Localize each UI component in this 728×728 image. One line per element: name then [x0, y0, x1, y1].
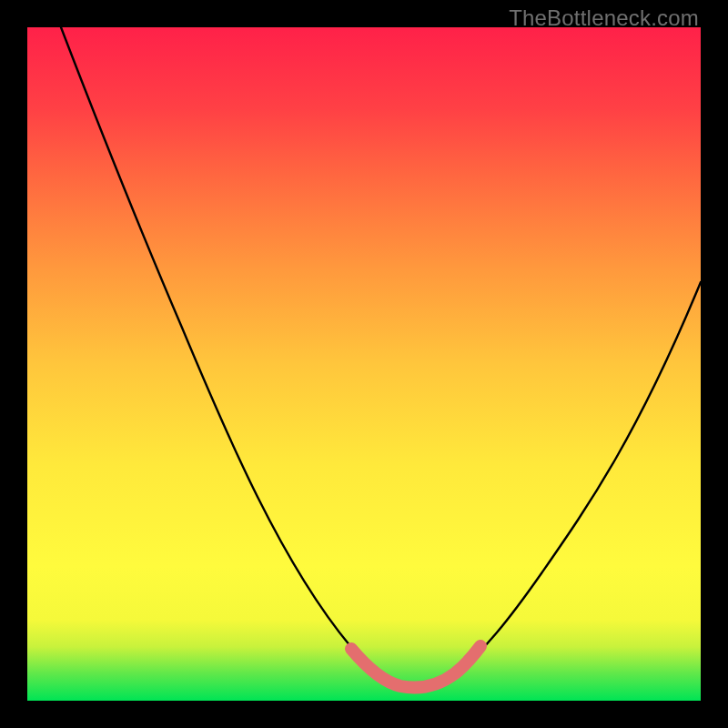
chart-svg — [27, 27, 701, 701]
chart-plot-area — [27, 27, 701, 701]
bottleneck-curve — [61, 27, 701, 688]
chart-frame: TheBottleneck.com — [0, 0, 728, 728]
highlight-segment — [351, 646, 480, 688]
